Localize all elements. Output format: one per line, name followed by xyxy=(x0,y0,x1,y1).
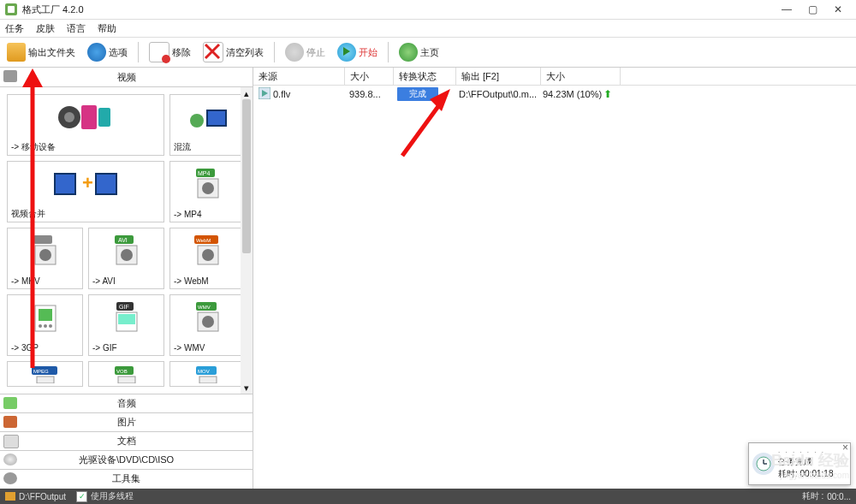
options-icon xyxy=(87,43,106,62)
svg-rect-12 xyxy=(96,174,116,194)
col-outsize[interactable]: 大小 xyxy=(541,68,621,85)
gear-icon xyxy=(3,472,17,484)
toast-close-button[interactable]: × xyxy=(842,442,848,454)
close-button[interactable]: ✕ xyxy=(825,3,851,15)
app-icon xyxy=(5,3,17,15)
remove-button[interactable]: 移除 xyxy=(146,40,194,64)
start-label: 开始 xyxy=(359,46,377,59)
svg-point-30 xyxy=(39,324,42,328)
col-state[interactable]: 转换状态 xyxy=(394,68,456,85)
svg-point-16 xyxy=(202,182,214,194)
menu-language[interactable]: 语言 xyxy=(67,22,86,35)
svg-rect-46 xyxy=(118,377,135,383)
col-source[interactable]: 来源 xyxy=(253,68,345,85)
music-icon xyxy=(3,397,17,409)
status-folder[interactable]: D:\FFOutput xyxy=(0,492,71,501)
status-mt-label: 使用多线程 xyxy=(91,490,134,502)
statusbar: D:\FFOutput ✓ 使用多线程 耗时 : 00:0... xyxy=(0,489,856,504)
format-mix-label: 混流 xyxy=(170,139,245,155)
doc-category-bar[interactable]: 文档 xyxy=(0,432,253,451)
format-grid-scroll[interactable]: -> 移动设备 混流 + 视频合并 MP4 xyxy=(0,87,253,394)
status-multithread[interactable]: ✓ 使用多线程 xyxy=(71,490,139,502)
svg-text:WMV: WMV xyxy=(198,305,211,310)
menu-skin[interactable]: 皮肤 xyxy=(36,22,55,35)
format-avi[interactable]: AVI -> AVI xyxy=(88,228,164,289)
format-mkv[interactable]: -> MKV xyxy=(7,228,83,289)
svg-point-8 xyxy=(190,114,204,127)
status-folder-label: D:\FFOutput xyxy=(19,492,66,501)
status-badge: 完成 xyxy=(397,87,438,101)
toolbar-separator xyxy=(138,42,139,62)
svg-rect-10 xyxy=(55,174,75,194)
home-button[interactable]: 主页 xyxy=(395,41,443,63)
format-webm-label: -> WebM xyxy=(170,273,245,288)
menu-task[interactable]: 任务 xyxy=(5,22,24,35)
remove-icon xyxy=(149,42,169,62)
toolbar-separator xyxy=(388,42,389,62)
audio-category-bar[interactable]: 音频 xyxy=(0,394,253,413)
mix-icon xyxy=(170,95,245,139)
format-wmv[interactable]: WMV -> WMV xyxy=(169,294,246,356)
svg-text:VOB: VOB xyxy=(116,369,128,374)
clear-list-button[interactable]: 清空列表 xyxy=(199,40,267,64)
format-mix[interactable]: 混流 xyxy=(169,94,246,156)
home-icon xyxy=(399,43,418,62)
format-gif[interactable]: GIF -> GIF xyxy=(88,294,164,356)
options-button[interactable]: 选项 xyxy=(84,41,131,63)
svg-rect-6 xyxy=(81,105,97,129)
svg-rect-49 xyxy=(199,377,217,383)
format-vob[interactable]: VOB xyxy=(88,361,164,387)
format-mpeg[interactable]: MPEG xyxy=(7,361,83,387)
clock-icon xyxy=(752,453,775,475)
toolbar-separator xyxy=(274,42,275,62)
format-wmv-label: -> WMV xyxy=(170,340,245,355)
doc-label: 文档 xyxy=(117,435,136,448)
toast-text: · · · · · · · 任务完成 耗时: 00:01:18 xyxy=(778,448,834,480)
col-output[interactable]: 输出 [F2] xyxy=(456,68,541,85)
vob-icon: VOB xyxy=(89,362,163,386)
output-folder-button[interactable]: 输出文件夹 xyxy=(3,41,79,63)
format-mobile[interactable]: -> 移动设备 xyxy=(7,94,164,156)
svg-rect-29 xyxy=(39,309,52,321)
audio-label: 音频 xyxy=(117,397,136,410)
menu-help[interactable]: 帮助 xyxy=(98,22,116,35)
output-folder-label: 输出文件夹 xyxy=(28,46,75,59)
output-size: 94.23M (10%) xyxy=(543,89,602,99)
col-size[interactable]: 大小 xyxy=(345,68,394,85)
film-icon xyxy=(3,70,17,82)
image-category-bar[interactable]: 图片 xyxy=(0,413,253,432)
status-time-value: 00:0... xyxy=(827,492,851,501)
minimize-button[interactable]: — xyxy=(774,3,800,15)
disc-category-bar[interactable]: 光驱设备\DVD\CD\ISO xyxy=(0,451,253,470)
svg-point-19 xyxy=(39,249,51,261)
toolbar: 输出文件夹 选项 移除 清空列表 停止 开始 主页 xyxy=(0,38,856,68)
file-icon xyxy=(259,87,270,101)
maximize-button[interactable]: ▢ xyxy=(800,3,825,15)
clear-list-label: 清空列表 xyxy=(226,46,264,59)
toast-dots: · · · · · · · xyxy=(778,448,834,456)
status-time: 耗时 : 00:0... xyxy=(797,490,856,502)
format-mp4[interactable]: MP4 -> MP4 xyxy=(169,161,246,222)
table-row[interactable]: 0.flv 939.8... 完成 D:\FFOutput\0.m... 94.… xyxy=(253,86,856,103)
video-category-bar[interactable]: 视频 xyxy=(0,68,253,87)
svg-rect-43 xyxy=(37,377,54,383)
scrollbar[interactable]: ▴ ▾ xyxy=(241,87,253,394)
format-merge[interactable]: + 视频合并 xyxy=(7,161,164,222)
gif-icon: GIF xyxy=(89,295,163,340)
svg-text:AVI: AVI xyxy=(118,237,128,243)
remove-label: 移除 xyxy=(172,46,191,59)
window-title: 格式工厂 4.2.0 xyxy=(22,3,774,16)
format-webm[interactable]: WebM -> WebM xyxy=(169,228,246,289)
start-button[interactable]: 开始 xyxy=(334,41,381,63)
svg-rect-36 xyxy=(118,314,135,324)
options-label: 选项 xyxy=(109,46,128,59)
format-3gp[interactable]: -> 3GP xyxy=(7,294,83,356)
stop-button[interactable]: 停止 xyxy=(282,41,329,63)
format-mov[interactable]: MOV xyxy=(169,361,246,387)
svg-text:MOV: MOV xyxy=(198,369,210,374)
tools-category-bar[interactable]: 工具集 xyxy=(0,470,253,488)
svg-text:GIF: GIF xyxy=(119,304,129,310)
format-merge-label: 视频合并 xyxy=(8,206,163,222)
svg-text:WebM: WebM xyxy=(196,238,211,243)
svg-text:MP4: MP4 xyxy=(198,170,211,176)
